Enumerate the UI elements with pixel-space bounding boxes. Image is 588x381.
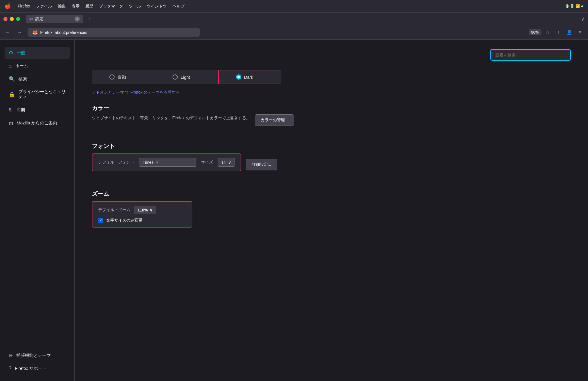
main-content: ⚙ 一般 ⌂ ホーム 🔍 検索 🔒 プライバシーとセキュリティ ↻ 同期 m M… (0, 40, 588, 381)
zoom-select[interactable]: 110% ∨ (134, 206, 156, 214)
sidebar-item-general[interactable]: ⚙ 一般 (5, 47, 70, 59)
font-size-select[interactable]: 14 ∨ (218, 158, 235, 167)
separator-2 (92, 183, 571, 183)
font-family-select[interactable]: Times ∨ (139, 158, 196, 167)
size-dropdown-arrow: ∨ (228, 160, 231, 165)
tab-settings-icon: ⚙ (29, 17, 33, 21)
theme-auto[interactable]: 自動 (92, 70, 155, 84)
font-dropdown-arrow: ∨ (156, 160, 158, 164)
font-settings-box: デフォルトフォント Times ∨ サイズ 14 ∨ (92, 153, 241, 171)
site-icon: 🦊 (32, 30, 38, 35)
menu-tools[interactable]: ツール (129, 4, 141, 9)
sidebar-item-extensions[interactable]: ⊕ 拡張機能とテーマ (5, 349, 70, 361)
sidebar-label-privacy: プライバシーとセキュリティ (18, 89, 66, 100)
theme-auto-label: 自動 (117, 74, 126, 80)
zoom-indicator[interactable]: 90% (529, 29, 541, 35)
theme-dark[interactable]: Dark (218, 70, 281, 84)
colors-desc: ウェブサイトのテキスト、背景、リンクを、Firefox のデフォルトカラーで上書… (92, 115, 250, 121)
sidebar-label-support: Firefox サポート (15, 366, 47, 371)
sidebar-item-search[interactable]: 🔍 検索 (5, 73, 70, 85)
nav-right: 90% ☆ ↑ 👤 ≡ (529, 28, 585, 37)
help-icon: ? (9, 365, 11, 372)
checkbox-label: 文字サイズのみ変更 (106, 218, 142, 223)
new-tab-button[interactable]: + (86, 15, 94, 23)
sidebar-label-home: ホーム (15, 63, 28, 69)
sidebar-item-mozilla[interactable]: m Mozilla からのご案内 (5, 117, 70, 129)
forward-button[interactable]: → (16, 28, 24, 37)
menu-history[interactable]: 履歴 (85, 4, 93, 9)
manage-colors-button[interactable]: カラーの管理... (255, 114, 294, 126)
menu-bar: Firefox ファイル 編集 表示 履歴 ブックマーク ツール ウインドウ ヘ… (18, 4, 185, 9)
title-bar: 🍎 Firefox ファイル 編集 表示 履歴 ブックマーク ツール ウインドウ… (0, 0, 588, 13)
tab-bar: ⚙ 設定 ✕ + ∨ (0, 13, 588, 25)
address-bar[interactable]: 🦊 Firefox about:preferences (28, 28, 200, 37)
theme-light[interactable]: Light (155, 70, 218, 84)
zoom-title: ズーム (92, 190, 571, 198)
close-button[interactable] (3, 17, 7, 21)
checkbox-row: ✓ 文字サイズのみ変更 (98, 218, 186, 223)
sidebar-item-support[interactable]: ? Firefox サポート (5, 363, 70, 374)
font-details-button[interactable]: 詳細設定... (246, 159, 277, 170)
apple-logo[interactable]: 🍎 (5, 3, 11, 9)
fonts-section: フォント デフォルトフォント Times ∨ サイズ 14 ∨ 詳細設定... (92, 142, 571, 176)
addon-link-anchor[interactable]: アドオンとテーマ (92, 90, 124, 95)
menu-file[interactable]: ファイル (36, 4, 52, 9)
bookmark-button[interactable]: ☆ (543, 28, 552, 37)
menu-view[interactable]: 表示 (71, 4, 80, 9)
extension-button[interactable]: ↑ (554, 28, 563, 37)
gear-icon: ⚙ (9, 50, 13, 56)
hamburger-menu[interactable]: ≡ (576, 28, 585, 37)
settings-tab[interactable]: ⚙ 設定 ✕ (26, 15, 83, 23)
addon-link[interactable]: アドオンとテーマ で Firefox のテーマを管理する (92, 90, 571, 95)
extension-icon: ⊕ (9, 352, 13, 359)
default-font-label: デフォルトフォント (98, 160, 134, 165)
theme-light-radio[interactable] (173, 74, 178, 80)
mozilla-icon: m (9, 120, 13, 126)
tab-list-button[interactable]: ∨ (581, 16, 585, 22)
theme-options: 自動 Light Dark (92, 70, 281, 84)
settings-search-input[interactable] (490, 49, 571, 61)
profile-button[interactable]: 👤 (565, 28, 574, 37)
tab-close-button[interactable]: ✕ (75, 16, 80, 22)
font-value: Times (143, 160, 154, 165)
theme-dark-radio[interactable] (236, 74, 241, 80)
zoom-value: 110% (138, 208, 148, 212)
browser-chrome: ⚙ 設定 ✕ + ∨ ← → 🦊 Firefox about:preferenc… (0, 13, 588, 40)
sidebar-item-sync[interactable]: ↻ 同期 (5, 104, 70, 116)
fonts-title: フォント (92, 142, 571, 150)
sidebar-label-sync: 同期 (16, 107, 25, 113)
menu-window[interactable]: ウインドウ (147, 4, 167, 9)
zoom-row: デフォルトズーム 110% ∨ (98, 206, 186, 214)
fullscreen-button[interactable] (16, 17, 20, 21)
traffic-lights (3, 17, 20, 21)
search-container (92, 49, 571, 61)
zoom-settings-box: デフォルトズーム 110% ∨ ✓ 文字サイズのみ変更 (92, 201, 192, 228)
sidebar-label-general: 一般 (17, 50, 25, 56)
colors-section: カラー ウェブサイトのテキスト、背景、リンクを、Firefox のデフォルトカラ… (92, 104, 571, 126)
site-name: Firefox (40, 30, 53, 35)
font-size-value: 14 (221, 160, 226, 165)
minimize-button[interactable] (10, 17, 14, 21)
sidebar-item-privacy[interactable]: 🔒 プライバシーとセキュリティ (5, 86, 70, 103)
nav-bar: ← → 🦊 Firefox about:preferences 90% ☆ ↑ … (0, 25, 588, 40)
title-bar-left: 🍎 Firefox ファイル 編集 表示 履歴 ブックマーク ツール ウインドウ… (5, 3, 185, 9)
zoom-dropdown-arrow: ∨ (150, 208, 152, 212)
sidebar: ⚙ 一般 ⌂ ホーム 🔍 検索 🔒 プライバシーとセキュリティ ↻ 同期 m M… (0, 40, 75, 381)
sync-icon: ↻ (9, 107, 13, 113)
back-button[interactable]: ← (3, 28, 12, 37)
text-only-zoom-checkbox[interactable]: ✓ (98, 218, 103, 223)
menu-help[interactable]: ヘルプ (173, 4, 185, 9)
colors-desc-container: ウェブサイトのテキスト、背景、リンクを、Firefox のデフォルトカラーで上書… (92, 115, 250, 126)
theme-light-label: Light (181, 75, 190, 80)
title-bar-right: 🌓 🔋 📶 A (564, 4, 583, 8)
sidebar-label-mozilla: Mozilla からのご案内 (17, 120, 57, 126)
menu-edit[interactable]: 編集 (58, 4, 66, 9)
lock-icon: 🔒 (9, 91, 15, 98)
menu-firefox[interactable]: Firefox (18, 4, 30, 9)
sidebar-item-home[interactable]: ⌂ ホーム (5, 60, 70, 72)
menu-bookmarks[interactable]: ブックマーク (99, 4, 123, 9)
sidebar-label-extensions: 拡張機能とテーマ (16, 353, 51, 358)
colors-row: ウェブサイトのテキスト、背景、リンクを、Firefox のデフォルトカラーで上書… (92, 114, 571, 126)
theme-auto-radio[interactable] (109, 74, 115, 80)
system-icons: 🌓 🔋 📶 A (564, 4, 583, 8)
